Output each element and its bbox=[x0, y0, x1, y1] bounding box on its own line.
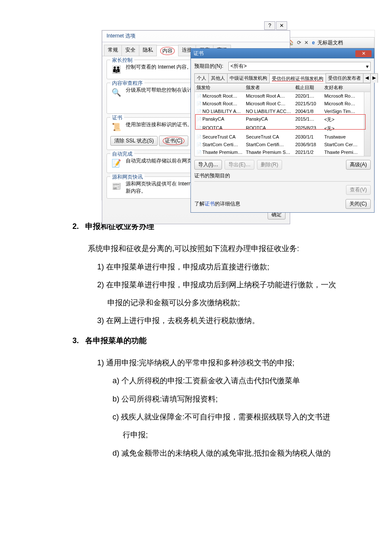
tab-content[interactable]: 内容 bbox=[156, 45, 179, 56]
autocomplete-icon: 📝 bbox=[110, 157, 122, 169]
chevron-down-icon: ▾ bbox=[366, 64, 369, 69]
ie-logo-icon: e bbox=[312, 40, 315, 46]
certificates-button[interactable]: 证书(C) bbox=[159, 136, 188, 146]
col-friendly-name[interactable]: 友好名称 bbox=[323, 84, 370, 92]
cert-row[interactable]: SecureTrust CASecureTrust CA2030/1/1Trus… bbox=[194, 133, 371, 141]
group-cert-label: 证书 bbox=[110, 114, 124, 121]
col-issued-to[interactable]: 颁发给 bbox=[195, 84, 244, 92]
view-button[interactable]: 查看(V) bbox=[346, 185, 371, 195]
section-3-item-c: c) 残疾人就业保障金:不可自行申报，需要根据残联导入的文书进 bbox=[112, 408, 354, 426]
learn-more: 了解证书的详细信息 bbox=[194, 200, 240, 208]
advisor-icon: 🔍 bbox=[110, 87, 122, 98]
cert-tab-intermediate[interactable]: 中级证书颁发机构 bbox=[227, 73, 270, 83]
cert-tab-personal[interactable]: 个人 bbox=[194, 73, 209, 83]
cert-list: Microsoft Root…Microsoft Root A…2020/1…M… bbox=[194, 92, 371, 156]
section-3-item-c2: 行申报; bbox=[123, 426, 354, 444]
certificate-icon: 📜 bbox=[110, 121, 122, 133]
section-2-item-1: 1) 在申报菜单进行申报，申报成功后直接进行缴款; bbox=[97, 258, 354, 276]
cert-tab-others[interactable]: 其他人 bbox=[208, 73, 228, 83]
clear-ssl-button[interactable]: 清除 SSL 状态(S) bbox=[110, 136, 158, 146]
tab-privacy[interactable]: 隐私 bbox=[139, 45, 157, 56]
certificates-dialog: 证书 ✕ 预期目的(N): <所有> ▾ 个人 其他人 中级证书颁发机构 受信任… bbox=[190, 48, 375, 213]
ie-tab-title: 无标题文档 bbox=[317, 39, 343, 46]
screenshot-composite: ρ ▾ 🏠 ⟳ ✕ e 无标题文档 ? ✕ Internet 选项 常规 安全 … bbox=[101, 30, 375, 200]
section-3-item-1: 1) 通用申报:完毕纳税人的平常申报和多种涉税文书的申报; bbox=[97, 354, 354, 372]
group-auto-label: 自动完成 bbox=[110, 150, 134, 158]
internet-options-title: Internet 选项 bbox=[102, 31, 290, 42]
export-button[interactable]: 导出(E)… bbox=[225, 160, 254, 170]
section-2-item-2a: 2) 在申报菜单进行申报，申报成功后到网上纳税子功能进行缴款，一次 bbox=[97, 276, 354, 294]
learn-link[interactable]: 证书 bbox=[205, 201, 215, 207]
document-body: 2. 申报和征收业务办理 系统申报和征收是分离的,可以按照如下流程办理申报征收业… bbox=[72, 217, 354, 462]
family-icon: 👪 bbox=[110, 64, 122, 75]
section-2-item-2b: 申报的记录和金额可以分多次缴纳税款; bbox=[107, 294, 354, 312]
cert-store-tabs: 个人 其他人 中级证书颁发机构 受信任的根证书颁发机构 受信任的发布者 ◀ ▶ bbox=[194, 73, 371, 83]
section-2-item-3: 3) 在网上进行申报，去税务机关进行税款缴纳。 bbox=[97, 312, 354, 330]
rss-icon: 📰 bbox=[110, 180, 122, 192]
cert-row[interactable]: Microsoft Root…Microsoft Root A…2020/1…M… bbox=[194, 92, 371, 100]
group-content-label: 内容审查程序 bbox=[110, 80, 144, 87]
cert-row[interactable]: Microsoft Root…Microsoft Root C…2021/5/1… bbox=[194, 100, 371, 107]
cert-tab-nav-right[interactable]: ▶ bbox=[370, 73, 378, 83]
cert-purpose-label: 预期目的(N): bbox=[194, 63, 223, 70]
cert-row[interactable]: PanskyCAPanskyCA2015/1…<无> bbox=[194, 115, 371, 124]
cert-purpose-section-label: 证书的预期目的 bbox=[194, 173, 230, 179]
remove-button[interactable]: 删除(R) bbox=[257, 160, 282, 170]
group-feeds-label: 源和网页快讯 bbox=[110, 173, 144, 181]
col-expiry[interactable]: 截止日期 bbox=[294, 84, 323, 92]
cert-row[interactable]: StartCom Certi…StartCom Certifi…2036/9/1… bbox=[194, 141, 371, 148]
cert-tab-nav-left[interactable]: ◀ bbox=[363, 73, 371, 83]
dialog-help-button[interactable]: ? bbox=[264, 21, 275, 30]
section-3-item-d: d) 减免金额带出的未纳税人做的减免审批,抵扣金额为纳税人做的 bbox=[112, 444, 354, 462]
cert-row[interactable]: NO LIABILITY A…NO LIABILITY ACC…2004/1/8… bbox=[194, 107, 371, 115]
section-3-item-a: a) 个人所得税的申报:工资薪金收入请点击代扣代缴菜单 bbox=[112, 372, 354, 390]
scrollbar[interactable] bbox=[364, 92, 370, 156]
section-3-item-b: b) 公司所得税:请填写附报资料; bbox=[112, 390, 354, 408]
cert-list-header: 颁发给 颁发者 截止日期 友好名称 bbox=[194, 83, 371, 92]
dialog-close-button[interactable]: ✕ bbox=[276, 21, 287, 30]
tab-security[interactable]: 安全 bbox=[121, 45, 139, 56]
col-issued-by[interactable]: 颁发者 bbox=[244, 84, 294, 92]
import-button[interactable]: 导入(I)… bbox=[194, 160, 222, 170]
advanced-button[interactable]: 高级(A) bbox=[346, 160, 371, 170]
cert-close-button[interactable]: ✕ bbox=[355, 50, 372, 57]
cert-tab-trusted-publishers[interactable]: 受信任的发布者 bbox=[326, 73, 363, 83]
cert-tab-trusted-root[interactable]: 受信任的根证书颁发机构 bbox=[269, 74, 326, 83]
cert-purpose-dropdown[interactable]: <所有> ▾ bbox=[228, 62, 371, 71]
cert-row[interactable]: ROOTCAROOTCA2025/8/23<无> bbox=[194, 124, 371, 133]
tab-general[interactable]: 常规 bbox=[104, 45, 122, 56]
close-button[interactable]: 关闭(C) bbox=[346, 199, 371, 209]
section-2-intro: 系统申报和征收是分离的,可以按照如下流程办理申报征收业务: bbox=[88, 240, 354, 257]
cert-dialog-title: 证书 bbox=[193, 50, 204, 57]
section-3-heading: 3. 各申报菜单的功能 bbox=[72, 332, 354, 350]
cert-row[interactable]: Thawte Premium…Thawte Premium S…2021/1/2… bbox=[194, 148, 371, 156]
group-parental-label: 家长控制 bbox=[110, 57, 134, 64]
cert-purpose-value: <所有> bbox=[231, 63, 247, 70]
